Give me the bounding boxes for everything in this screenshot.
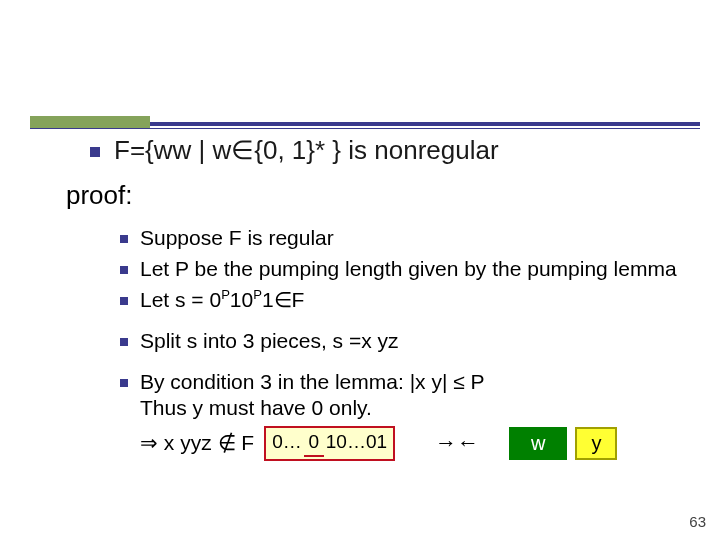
- condition-line: By condition 3 in the lemma: |x y| ≤ P: [140, 370, 485, 393]
- item-text: Let s = 0P10P1∈F: [140, 287, 700, 314]
- item-text: Split s into 3 pieces, s =x yz: [140, 328, 700, 355]
- item-text-raw: Let s = 0P10P1∈F: [140, 288, 304, 311]
- proof-list: Suppose F is regular Let P be the pumpin…: [120, 225, 700, 465]
- title-text: F={ww | w∈{0, 1}* } is nonregular: [114, 135, 499, 166]
- list-item: Let s = 0P10P1∈F: [120, 287, 700, 314]
- page-number: 63: [689, 513, 706, 530]
- spacer: [120, 359, 700, 369]
- main-bullet: F={ww | w∈{0, 1}* } is nonregular: [90, 135, 499, 166]
- string-box: 0…010…01: [264, 426, 395, 460]
- list-item: By condition 3 in the lemma: |x y| ≤ P T…: [120, 369, 700, 461]
- bullet-square-icon: [120, 297, 128, 305]
- list-item: Let P be the pumping length given by the…: [120, 256, 700, 283]
- string-right: 10…01: [326, 431, 387, 452]
- y-segment: 0: [304, 430, 324, 456]
- thus-line: Thus y must have 0 only.: [140, 396, 372, 419]
- bullet-square-icon: [90, 147, 100, 157]
- list-item: Suppose F is regular: [120, 225, 700, 252]
- list-item: Split s into 3 pieces, s =x yz: [120, 328, 700, 355]
- item-text: By condition 3 in the lemma: |x y| ≤ P T…: [140, 369, 700, 461]
- title-accent: [30, 116, 150, 128]
- spacer: [120, 318, 700, 328]
- bullet-square-icon: [120, 266, 128, 274]
- title-rule-thin: [30, 128, 700, 129]
- bullet-square-icon: [120, 235, 128, 243]
- chip-w: w: [509, 427, 567, 461]
- slide: F={ww | w∈{0, 1}* } is nonregular proof:…: [0, 0, 720, 540]
- proof-label: proof:: [66, 180, 133, 211]
- string-left: 0…: [272, 431, 302, 452]
- bullet-square-icon: [120, 338, 128, 346]
- item-text: Suppose F is regular: [140, 225, 700, 252]
- bullet-square-icon: [120, 379, 128, 387]
- item-text: Let P be the pumping length given by the…: [140, 256, 700, 283]
- chip-y: y: [575, 427, 617, 461]
- conclusion-prefix: ⇒ x yyz ∉ F: [140, 430, 254, 457]
- conclusion-row: ⇒ x yyz ∉ F 0…010…01 →← w y: [140, 426, 700, 460]
- contradiction-arrows: →←: [435, 429, 479, 457]
